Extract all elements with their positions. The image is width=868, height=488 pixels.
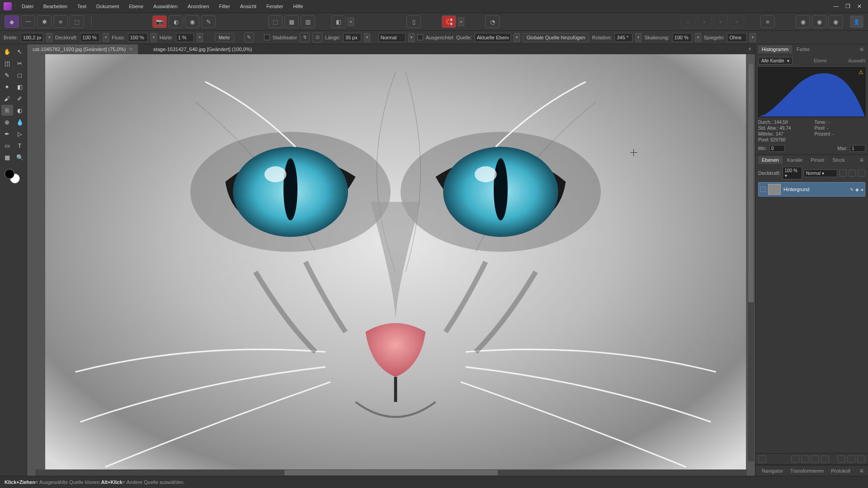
color-swatches[interactable] bbox=[0, 169, 27, 185]
stabilizer-rope-icon[interactable]: ⊙ bbox=[312, 33, 322, 42]
add-global-source-button[interactable]: Globale Quelle hinzufügen bbox=[523, 33, 590, 42]
blend-mode-dropdown[interactable]: ▾ bbox=[408, 33, 415, 42]
stabilizer-mode-icon[interactable]: ↯ bbox=[300, 33, 310, 42]
mirror-select[interactable] bbox=[727, 33, 747, 42]
layer-link-icon[interactable]: ◆ bbox=[855, 187, 859, 192]
autocolor-icon[interactable]: ◉ bbox=[185, 15, 199, 28]
menu-anordnen[interactable]: Anordnen bbox=[183, 2, 214, 11]
close-tabs-icon[interactable]: × bbox=[745, 46, 755, 52]
rotation-dropdown[interactable]: ▾ bbox=[635, 33, 642, 42]
menu-bearbeiten[interactable]: Bearbeiten bbox=[39, 2, 72, 11]
tab-protokoll[interactable]: Protokoll bbox=[827, 467, 854, 475]
node-tool-icon[interactable]: ▷ bbox=[14, 128, 26, 139]
arrange-c-icon[interactable]: ▫ bbox=[713, 15, 728, 28]
selection-new-icon[interactable]: ⬚ bbox=[268, 15, 283, 28]
layer-fx-icon[interactable] bbox=[839, 169, 847, 177]
snapping-icon[interactable]: 🧲 bbox=[442, 15, 456, 28]
tone-map-persona-icon[interactable]: ≡ bbox=[53, 15, 68, 28]
vertical-scrollbar[interactable] bbox=[748, 64, 754, 461]
layer-name[interactable]: Hintergrund bbox=[783, 187, 847, 192]
opacity-dropdown[interactable]: ▾ bbox=[103, 33, 109, 42]
close-button[interactable]: ✕ bbox=[854, 2, 864, 10]
tab-transform[interactable]: Transformieren bbox=[787, 467, 827, 475]
layer-blend-select[interactable]: Normal ▾ bbox=[804, 169, 837, 177]
add-layer-icon[interactable] bbox=[847, 455, 855, 463]
menu-fenster[interactable]: Fenster bbox=[262, 2, 288, 11]
delete-layer-icon[interactable] bbox=[857, 455, 865, 463]
flow-input[interactable] bbox=[128, 33, 148, 42]
crop-tool-icon[interactable]: ✂ bbox=[14, 58, 26, 69]
zoom-tool-icon[interactable]: 🔍 bbox=[14, 152, 26, 163]
hardness-input[interactable] bbox=[176, 33, 194, 42]
flood-select-icon[interactable]: ✦ bbox=[1, 81, 13, 92]
stock-c-icon[interactable]: ◉ bbox=[828, 15, 843, 28]
quickmask-icon[interactable]: ◧ bbox=[331, 15, 346, 28]
panel-menu-icon[interactable]: ≡ bbox=[858, 156, 865, 164]
layer-gear-icon[interactable] bbox=[849, 169, 856, 177]
snapping-dropdown[interactable]: ▾ bbox=[458, 17, 464, 26]
marquee-tool-icon[interactable]: ◻ bbox=[14, 70, 26, 80]
text-tool-icon[interactable]: T bbox=[14, 140, 26, 151]
tab-brushes[interactable]: Pinsel bbox=[807, 156, 828, 164]
menu-dokument[interactable]: Dokument bbox=[92, 2, 123, 11]
flow-dropdown[interactable]: ▾ bbox=[151, 33, 157, 42]
histogram-ebene[interactable]: Ebene bbox=[814, 58, 827, 63]
menu-ansicht[interactable]: Ansicht bbox=[236, 2, 261, 11]
mask-layer-icon[interactable] bbox=[791, 455, 799, 463]
adjustment-layer-icon[interactable] bbox=[801, 455, 809, 463]
stock-b-icon[interactable]: ◉ bbox=[812, 15, 826, 28]
view-tool-icon[interactable]: ◫ bbox=[1, 58, 13, 69]
foreground-color[interactable] bbox=[5, 169, 14, 179]
arrange-b-icon[interactable]: ▫ bbox=[697, 15, 712, 28]
opacity-input[interactable] bbox=[80, 33, 100, 42]
autocontrast-icon[interactable]: ◐ bbox=[169, 15, 183, 28]
fx-layer-icon[interactable] bbox=[811, 455, 819, 463]
layer-opacity-input[interactable]: 100 % ▾ bbox=[783, 167, 802, 179]
menu-ebene[interactable]: Ebene bbox=[124, 2, 148, 11]
selection-subtract-icon[interactable]: ▥ bbox=[301, 15, 315, 28]
mirror-dropdown[interactable]: ▾ bbox=[750, 33, 756, 42]
menu-datei[interactable]: Datei bbox=[17, 2, 38, 11]
source-dropdown[interactable]: ▾ bbox=[514, 33, 520, 42]
assistant-icon[interactable]: ◔ bbox=[485, 15, 500, 28]
stock-a-icon[interactable]: ◉ bbox=[796, 15, 810, 28]
aligned-checkbox[interactable] bbox=[417, 34, 423, 40]
length-input[interactable] bbox=[343, 33, 361, 42]
doc-tab-1[interactable]: cat-1045782_1920.jpg [Geändert] (75,0%) … bbox=[27, 44, 138, 54]
layer-thumbview-icon[interactable] bbox=[758, 455, 766, 463]
source-select[interactable] bbox=[475, 33, 511, 42]
clone-tool-icon[interactable]: ⎘ bbox=[1, 105, 13, 116]
channel-select[interactable]: Alle Kanäle▾ bbox=[758, 57, 793, 65]
arrange-d-icon[interactable]: ▫ bbox=[730, 15, 744, 28]
panel-menu-icon[interactable]: ≡ bbox=[858, 467, 865, 474]
minimize-button[interactable]: — bbox=[831, 2, 841, 10]
paint-brush-icon[interactable]: 🖌 bbox=[1, 93, 13, 104]
close-icon[interactable]: × bbox=[129, 46, 132, 52]
quickmask-dropdown[interactable]: ▾ bbox=[348, 17, 354, 26]
length-dropdown[interactable]: ▾ bbox=[364, 33, 370, 42]
more-button[interactable]: Mehr bbox=[215, 33, 234, 42]
stabilizer-checkbox[interactable] bbox=[264, 34, 270, 40]
max-input[interactable] bbox=[850, 145, 865, 152]
blend-mode-select[interactable] bbox=[378, 33, 406, 42]
width-dropdown[interactable]: ▾ bbox=[46, 33, 52, 42]
blur-tool-icon[interactable]: 💧 bbox=[14, 117, 26, 127]
arrange-a-icon[interactable]: ▫ bbox=[681, 15, 695, 28]
group-layer-icon[interactable] bbox=[837, 455, 845, 463]
menu-auswaehlen[interactable]: Auswählen bbox=[149, 2, 182, 11]
photo-persona-icon[interactable]: ◆ bbox=[5, 15, 19, 28]
live-filter-icon[interactable] bbox=[821, 455, 829, 463]
layer-edit-icon[interactable]: ✎ bbox=[850, 187, 854, 192]
tab-histogram[interactable]: Histogramm bbox=[758, 45, 792, 53]
canvas-viewport[interactable] bbox=[27, 54, 755, 469]
tab-channels[interactable]: Kanäle bbox=[783, 156, 806, 164]
layer-mask-icon[interactable]: ● bbox=[861, 187, 863, 192]
width-input[interactable] bbox=[21, 33, 43, 42]
autolevel-icon[interactable]: 📷 bbox=[152, 15, 167, 28]
shape-tool-icon[interactable]: ▭ bbox=[1, 140, 13, 151]
menu-filter[interactable]: Filter bbox=[215, 2, 235, 11]
canvas-image[interactable] bbox=[45, 54, 746, 469]
hardness-dropdown[interactable]: ▾ bbox=[197, 33, 203, 42]
hand-tool-icon[interactable]: ✋ bbox=[1, 46, 13, 57]
pen-tool-icon[interactable]: ✒ bbox=[1, 128, 13, 139]
